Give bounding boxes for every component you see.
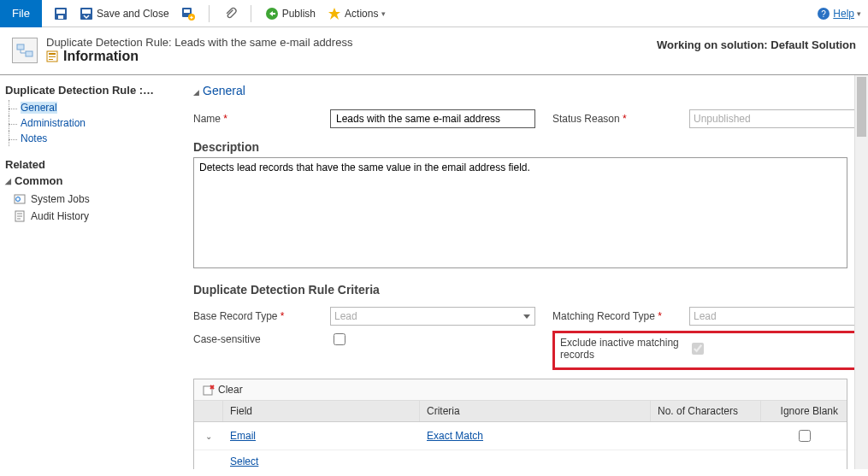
grid-row[interactable]: ⌄ Email Exact Match [194, 422, 847, 450]
actions-menu[interactable]: Actions [324, 5, 389, 22]
callout-box: Exclude inactive matching records [552, 331, 854, 370]
related-label: Related [5, 158, 174, 171]
svg-marker-10 [328, 8, 340, 20]
nav-audit-history[interactable]: Audit History [5, 208, 174, 225]
paperclip-icon [223, 7, 237, 21]
help-icon: ? [817, 7, 830, 21]
actions-icon [328, 7, 341, 21]
entity-icon [12, 38, 38, 63]
label-case-sensitive: Case-sensitive [193, 333, 322, 345]
svg-rect-4 [82, 9, 91, 14]
svg-rect-13 [17, 44, 24, 50]
status-reason-select[interactable]: Unpublished [689, 109, 854, 128]
label-description: Description [193, 140, 847, 154]
save-new-icon: ✦ [181, 7, 195, 21]
name-field[interactable] [330, 109, 535, 128]
label-exclude-inactive: Exclude inactive matching records [560, 337, 680, 361]
label-base-record-type: Base Record Type [193, 310, 322, 322]
label-name: Name [193, 113, 322, 125]
matching-record-type-select[interactable]: Lead [689, 307, 854, 326]
base-record-type-select[interactable]: Lead [330, 307, 535, 326]
sidebar-title: Duplicate Detection Rule :… [5, 84, 174, 97]
select-link[interactable]: Select [230, 455, 258, 467]
cell-noc [651, 434, 761, 438]
form-nav-sidebar: Duplicate Detection Rule :… General Admi… [0, 75, 180, 469]
col-noc[interactable]: No. of Characters [651, 401, 761, 421]
attach-button[interactable] [220, 5, 240, 22]
ribbon-toolbar: File Save and Close ✦ Publish Actions ? … [0, 0, 868, 27]
exclude-inactive-checkbox[interactable] [692, 343, 704, 355]
cell-field[interactable]: Email [230, 430, 256, 442]
header-breadcrumb: Duplicate Detection Rule: Leads with the… [46, 36, 648, 49]
col-ignore-blank[interactable]: Ignore Blank [761, 401, 847, 421]
nav-administration[interactable]: Administration [9, 115, 174, 131]
file-menu[interactable]: File [0, 0, 42, 27]
save-close-icon [80, 7, 93, 21]
svg-rect-17 [49, 56, 56, 57]
criteria-grid: Clear Field Criteria No. of Characters I… [193, 379, 847, 469]
clear-icon [203, 384, 215, 396]
grid-header: Field Criteria No. of Characters Ignore … [194, 401, 847, 422]
case-sensitive-checkbox[interactable] [334, 333, 345, 345]
label-status-reason: Status Reason [552, 113, 681, 125]
form-body: General Name Status Reason Unpublished D… [180, 75, 854, 469]
system-jobs-icon [14, 193, 26, 205]
form-icon [46, 50, 58, 62]
svg-rect-1 [56, 9, 65, 14]
col-criteria[interactable]: Criteria [420, 401, 651, 421]
svg-text:✦: ✦ [189, 14, 194, 20]
record-header: Duplicate Detection Rule: Leads with the… [0, 27, 868, 69]
vertical-scrollbar[interactable] [854, 75, 868, 469]
header-title: Information [46, 49, 648, 64]
svg-rect-14 [26, 51, 32, 56]
help-menu[interactable]: ? Help [817, 7, 861, 21]
scrollbar-thumb[interactable] [857, 77, 866, 137]
clear-button[interactable]: Clear [199, 382, 246, 397]
solution-indicator: Working on solution: Default Solution [657, 38, 856, 51]
col-field[interactable]: Field [223, 401, 420, 421]
grid-row-new[interactable]: Select [194, 450, 847, 469]
grid-toolbar: Clear [194, 379, 847, 401]
nav-system-jobs[interactable]: System Jobs [5, 191, 174, 208]
cell-ignore-blank-checkbox[interactable] [799, 430, 811, 442]
section-general[interactable]: General [193, 84, 847, 97]
svg-rect-6 [184, 9, 190, 13]
svg-text:?: ? [822, 9, 827, 19]
row-expand[interactable]: ⌄ [194, 432, 223, 441]
description-field[interactable]: Detects lead records that have the same … [193, 157, 847, 268]
save-button[interactable] [50, 5, 71, 22]
nav-general[interactable]: General [9, 100, 174, 115]
publish-button[interactable]: Publish [262, 5, 319, 22]
save-icon [54, 7, 68, 21]
audit-icon [14, 210, 26, 222]
common-group[interactable]: Common [5, 174, 174, 187]
save-and-close-button[interactable]: Save and Close [76, 5, 173, 22]
criteria-header: Duplicate Detection Rule Criteria [193, 283, 847, 297]
cell-criteria[interactable]: Exact Match [427, 430, 483, 442]
nav-notes[interactable]: Notes [9, 131, 174, 146]
label-matching-record-type: Matching Record Type [552, 310, 681, 322]
publish-icon [265, 7, 279, 21]
svg-rect-2 [58, 15, 63, 19]
save-new-button[interactable]: ✦ [178, 5, 198, 22]
svg-rect-18 [49, 59, 53, 60]
svg-rect-16 [49, 53, 56, 55]
